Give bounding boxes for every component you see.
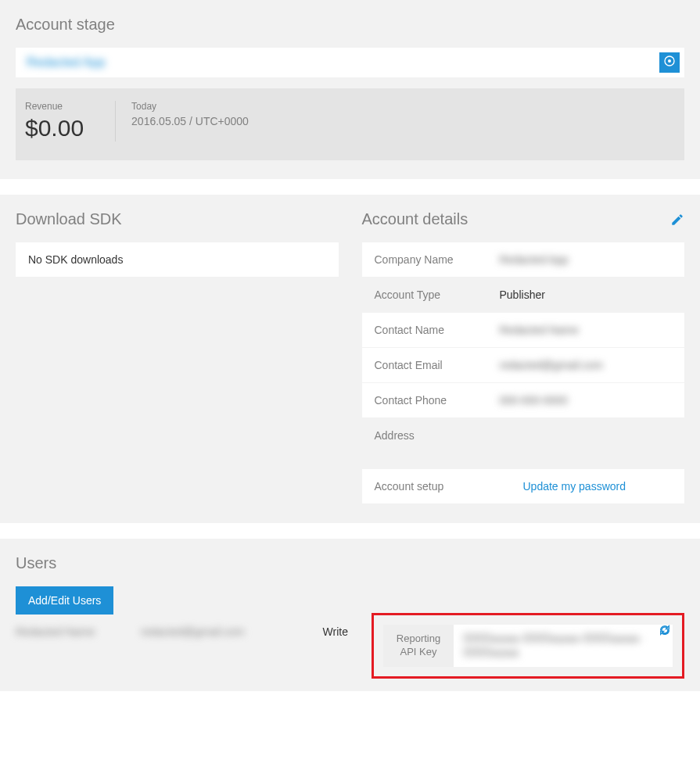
svg-point-1 xyxy=(668,59,671,63)
revenue-value: $0.00 xyxy=(25,115,84,142)
account-details-title: Account details xyxy=(362,210,468,228)
company-name-value: Redacted App xyxy=(500,253,569,266)
api-key-box: Reporting API Key 0000aaaa-0000aaaa-0000… xyxy=(383,625,673,667)
user-name: Redacted Name xyxy=(16,625,109,638)
user-row: Redacted Name redacted@gmail.com Write xyxy=(16,625,372,638)
stage-bar: Redacted App xyxy=(16,48,684,77)
contact-email-label: Contact Email xyxy=(375,359,500,371)
account-stage-title: Account stage xyxy=(16,16,684,34)
revenue-block: Revenue $0.00 xyxy=(25,101,116,142)
company-name-label: Company Name xyxy=(375,253,500,266)
address-row: Address xyxy=(362,418,685,453)
account-setup-label: Account setup xyxy=(375,480,523,493)
account-setup-row: Account setup Update my password xyxy=(362,469,685,504)
contact-phone-value: 000-000-0000 xyxy=(500,394,568,407)
edit-account-button[interactable] xyxy=(670,213,684,227)
contact-name-label: Contact Name xyxy=(375,324,500,336)
download-sdk-title: Download SDK xyxy=(16,210,339,228)
contact-phone-row: Contact Phone 000-000-0000 xyxy=(362,383,685,418)
download-sdk-section: Download SDK No SDK downloads xyxy=(16,210,339,504)
api-key-highlight: Reporting API Key 0000aaaa-0000aaaa-0000… xyxy=(372,613,684,679)
pencil-icon xyxy=(670,216,684,229)
details-panel: Download SDK No SDK downloads Account de… xyxy=(0,195,700,523)
contact-name-row: Contact Name Redacted Name xyxy=(362,313,685,348)
update-password-link[interactable]: Update my password xyxy=(523,480,626,493)
users-panel: Users Add/Edit Users Redacted Name redac… xyxy=(0,539,700,691)
address-label: Address xyxy=(375,429,500,442)
contact-email-value: redacted@gmail.com xyxy=(500,359,604,371)
api-key-value: 0000aaaa-0000aaaa-0000aaaa-0000aaaa xyxy=(463,632,649,660)
regenerate-api-key-button[interactable] xyxy=(659,625,673,639)
contact-phone-label: Contact Phone xyxy=(375,394,500,407)
add-edit-users-button[interactable]: Add/Edit Users xyxy=(16,586,113,615)
account-type-value: Publisher xyxy=(500,288,545,301)
stats-row: Revenue $0.00 Today 2016.05.05 / UTC+000… xyxy=(16,88,684,160)
stage-action-button[interactable] xyxy=(659,52,680,73)
user-email: redacted@gmail.com xyxy=(141,625,297,638)
refresh-icon xyxy=(659,624,671,640)
company-name-row: Company Name Redacted App xyxy=(362,242,685,278)
target-icon xyxy=(663,55,676,70)
account-type-label: Account Type xyxy=(375,288,500,301)
today-label: Today xyxy=(131,101,249,112)
account-type-row: Account Type Publisher xyxy=(362,278,685,313)
account-stage-panel: Account stage Redacted App Revenue $0.00… xyxy=(0,0,700,179)
user-permission: Write xyxy=(323,625,348,638)
today-block: Today 2016.05.05 / UTC+0000 xyxy=(131,101,280,142)
users-title: Users xyxy=(16,554,684,572)
today-value: 2016.05.05 / UTC+0000 xyxy=(131,115,249,127)
sdk-empty-message: No SDK downloads xyxy=(16,242,339,277)
revenue-label: Revenue xyxy=(25,101,84,112)
contact-email-row: Contact Email redacted@gmail.com xyxy=(362,348,685,383)
account-details-section: Account details Company Name Redacted Ap… xyxy=(362,210,685,504)
stage-app-name: Redacted App xyxy=(27,56,106,70)
contact-name-value: Redacted Name xyxy=(500,324,579,336)
api-key-label: Reporting API Key xyxy=(383,625,454,667)
